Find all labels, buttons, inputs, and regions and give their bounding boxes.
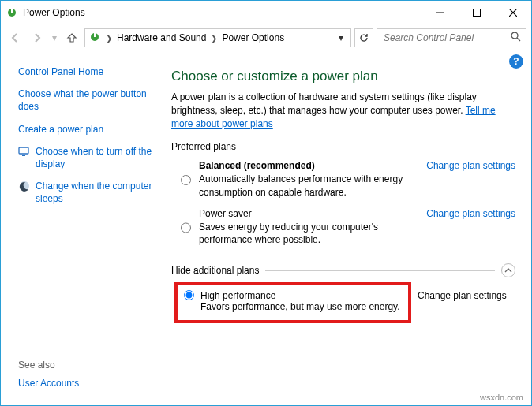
nav-bar: ▾ ❯ Hardware and Sound ❯ Power Options ▾ xyxy=(1,24,531,51)
see-also-user-accounts[interactable]: User Accounts xyxy=(18,378,79,389)
window-title: Power Options xyxy=(23,7,422,18)
plan-power-saver: Power saver Saves energy by reducing you… xyxy=(171,205,515,252)
breadcrumb-segment[interactable]: Power Options xyxy=(222,32,284,43)
minimize-button[interactable] xyxy=(422,1,459,24)
plan-name: Power saver xyxy=(199,208,410,219)
power-options-icon xyxy=(6,6,18,19)
sidebar: Control Panel Home Choose what the power… xyxy=(1,51,167,405)
balanced-radio[interactable] xyxy=(181,162,191,198)
chevron-right-icon[interactable]: ❯ xyxy=(209,34,219,43)
control-panel-icon xyxy=(88,31,101,46)
chevron-right-icon[interactable]: ❯ xyxy=(104,34,114,43)
svg-rect-3 xyxy=(474,9,481,17)
collapse-icon[interactable] xyxy=(501,263,515,277)
forward-button[interactable] xyxy=(28,28,47,47)
watermark: wsxdn.com xyxy=(480,393,523,402)
preferred-plans-label: Preferred plans xyxy=(171,141,236,152)
sidebar-link-turn-off-display[interactable]: Choose when to turn off the display xyxy=(36,145,159,170)
plan-name: High performance xyxy=(200,290,400,301)
plan-description: Favors performance, but may use more ene… xyxy=(200,301,400,312)
sidebar-link-create-plan[interactable]: Create a power plan xyxy=(18,123,159,136)
search-box[interactable] xyxy=(377,28,526,47)
main-content: ? Choose or customize a power plan A pow… xyxy=(167,51,531,405)
sleep-icon xyxy=(18,180,31,192)
svg-line-4 xyxy=(509,9,517,17)
plan-name: Balanced (recommended) xyxy=(199,160,410,171)
search-input[interactable] xyxy=(382,32,511,44)
preferred-plans-header: Preferred plans xyxy=(171,141,515,152)
see-also-label: See also xyxy=(18,359,159,371)
address-dropdown[interactable]: ▾ xyxy=(335,32,347,43)
svg-rect-1 xyxy=(11,9,13,13)
up-button[interactable] xyxy=(62,28,81,47)
title-bar: Power Options xyxy=(1,1,531,24)
maximize-button[interactable] xyxy=(459,1,495,24)
svg-rect-10 xyxy=(19,147,28,154)
change-plan-settings-link[interactable]: Change plan settings xyxy=(418,208,515,246)
svg-point-8 xyxy=(511,32,518,39)
close-button[interactable] xyxy=(495,1,531,24)
plan-balanced: Balanced (recommended) Automatically bal… xyxy=(171,157,515,204)
high-performance-highlight: High performance Favors performance, but… xyxy=(174,282,411,323)
hide-additional-plans-label: Hide additional plans xyxy=(171,265,259,276)
plan-description: Saves energy by reducing your computer's… xyxy=(199,221,410,246)
control-panel-home-link[interactable]: Control Panel Home xyxy=(18,65,159,78)
window-controls xyxy=(422,1,531,24)
page-title: Choose or customize a power plan xyxy=(171,69,515,84)
plan-description: Automatically balances performance with … xyxy=(199,173,410,198)
refresh-button[interactable] xyxy=(354,28,373,47)
help-icon[interactable]: ? xyxy=(509,54,523,69)
breadcrumb-segment[interactable]: Hardware and Sound xyxy=(117,32,206,43)
svg-rect-11 xyxy=(22,155,25,156)
recent-dropdown[interactable]: ▾ xyxy=(50,28,59,47)
address-bar[interactable]: ❯ Hardware and Sound ❯ Power Options ▾ xyxy=(84,28,351,47)
svg-line-5 xyxy=(509,9,517,17)
sidebar-link-power-button[interactable]: Choose what the power button does xyxy=(18,88,159,113)
back-button[interactable] xyxy=(6,28,24,47)
high-performance-radio[interactable] xyxy=(184,290,194,300)
hide-additional-plans-header[interactable]: Hide additional plans xyxy=(171,263,515,277)
description-text: A power plan is a collection of hardware… xyxy=(171,91,477,116)
search-icon[interactable] xyxy=(511,32,521,44)
change-plan-settings-link[interactable]: Change plan settings xyxy=(418,160,515,198)
display-off-icon xyxy=(18,145,31,158)
page-description: A power plan is a collection of hardware… xyxy=(171,91,515,130)
change-plan-settings-link[interactable]: Change plan settings xyxy=(418,282,507,301)
sidebar-link-sleep[interactable]: Change when the computer sleeps xyxy=(36,180,159,205)
power-saver-radio[interactable] xyxy=(181,210,191,246)
svg-rect-7 xyxy=(94,33,96,37)
svg-line-9 xyxy=(517,38,520,41)
